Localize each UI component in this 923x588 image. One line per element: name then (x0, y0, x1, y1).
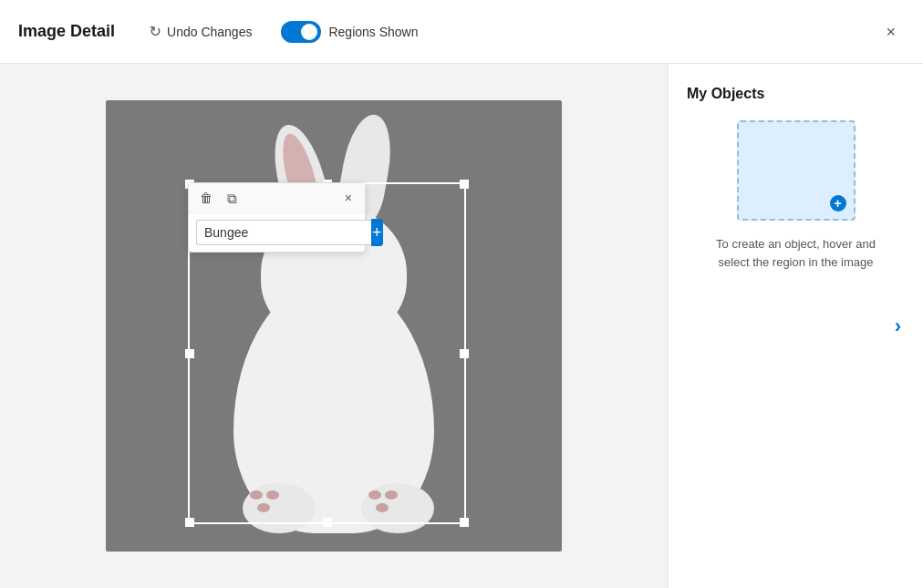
header: Image Detail ↺ Undo Changes Regions Show… (0, 0, 923, 64)
image-canvas: × + (106, 100, 562, 552)
hint-line1: To create an object, hover and (716, 237, 876, 251)
label-input[interactable] (196, 220, 371, 245)
next-arrow-icon: › (895, 315, 901, 337)
popup-header: × (189, 183, 365, 213)
popup-close-button[interactable]: × (339, 189, 358, 207)
regions-toggle[interactable] (281, 21, 321, 43)
bunny-paw-right (361, 483, 434, 533)
label-popup: × + (188, 182, 366, 253)
paw-pad (250, 490, 263, 500)
close-button[interactable]: × (876, 18, 905, 46)
bunny-image (106, 100, 562, 552)
add-label-button[interactable]: + (371, 219, 383, 246)
object-placeholder[interactable]: + (737, 120, 856, 221)
sidebar: My Objects + To create an object, hover … (668, 64, 923, 588)
paw-pad (376, 503, 389, 512)
paw-pad (385, 490, 398, 500)
regions-toggle-group: Regions Shown (281, 21, 418, 43)
sidebar-hint: To create an object, hover and select th… (716, 235, 876, 271)
delete-region-button[interactable] (196, 190, 216, 206)
paw-pad (257, 503, 270, 512)
toggle-label: Regions Shown (328, 25, 418, 39)
add-object-plus-icon: + (830, 195, 846, 211)
hint-line2: select the region in the image (719, 255, 874, 269)
trash-icon (200, 191, 213, 205)
paw-pad (368, 490, 381, 500)
image-area[interactable]: × + (0, 64, 668, 588)
paw-pad (266, 490, 279, 500)
popup-close-label: × (345, 191, 352, 205)
bunny-paw-left (243, 483, 316, 533)
undo-label: Undo Changes (167, 25, 252, 39)
next-arrow-button[interactable]: › (887, 307, 908, 346)
copy-region-button[interactable] (223, 190, 241, 207)
add-label-icon: + (372, 223, 382, 242)
popup-body: + (189, 213, 365, 252)
undo-button[interactable]: ↺ Undo Changes (142, 19, 259, 44)
main-content: × + My Objects + To create an object, ho… (0, 64, 923, 588)
copy-icon (227, 191, 237, 206)
page-title: Image Detail (18, 22, 115, 41)
sidebar-title: My Objects (687, 86, 764, 102)
undo-icon: ↺ (150, 23, 161, 40)
